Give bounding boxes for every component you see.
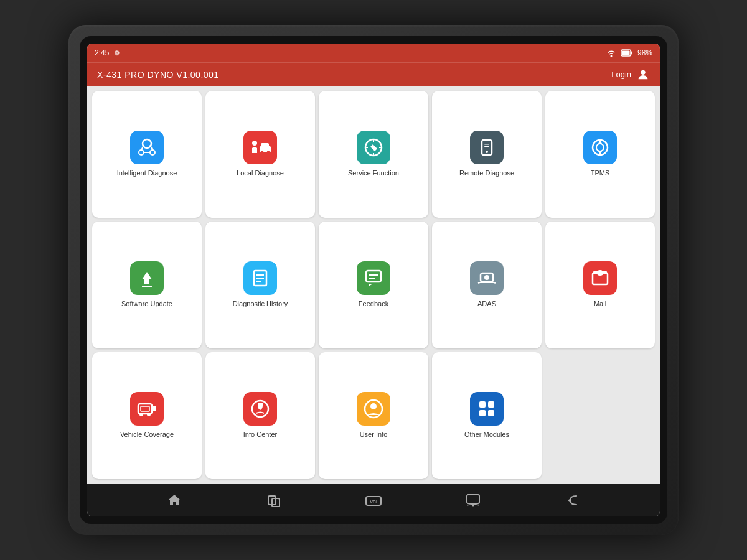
nav-cast-button[interactable] — [459, 487, 487, 514]
svg-point-36 — [484, 275, 489, 280]
device-outer: 2:45 ⚙ 98% — [68, 25, 679, 535]
tpms-label: TPMS — [591, 169, 610, 177]
svg-point-22 — [486, 151, 488, 153]
app-tile-local-diagnose[interactable]: Local Diagnose — [205, 91, 315, 218]
user-info-icon — [357, 392, 390, 426]
svg-point-13 — [261, 151, 264, 154]
software-update-label: Software Update — [121, 300, 172, 308]
local-diagnose-icon — [243, 131, 277, 164]
svg-rect-1 — [631, 52, 632, 55]
wifi-icon — [606, 49, 616, 57]
vehicle-coverage-label: Vehicle Coverage — [120, 431, 174, 439]
nav-home-button[interactable] — [161, 487, 188, 514]
svg-rect-23 — [484, 144, 489, 145]
app-tile-service-function[interactable]: Service Function — [319, 91, 428, 218]
screen: 2:45 ⚙ 98% — [87, 44, 660, 516]
app-tile-vehicle-coverage[interactable]: Vehicle Coverage — [92, 352, 202, 479]
svg-text:VCI: VCI — [370, 500, 377, 504]
vehicle-coverage-icon — [130, 392, 164, 426]
tpms-icon — [583, 131, 617, 164]
app-grid: Intelligent Diagnose — [87, 86, 660, 484]
svg-rect-32 — [366, 271, 381, 282]
app-tile-tpms[interactable]: TPMS — [545, 91, 655, 218]
svg-point-4 — [143, 139, 151, 148]
diagnostic-history-icon — [243, 261, 277, 295]
diagnostic-history-label: Diagnostic History — [233, 300, 288, 308]
user-info-label: User Info — [360, 431, 388, 439]
status-right: 98% — [606, 49, 652, 57]
settings-icon: ⚙ — [114, 49, 120, 57]
app-tile-other-modules[interactable]: Other Modules — [432, 352, 542, 479]
status-bar: 2:45 ⚙ 98% — [87, 44, 660, 62]
nav-vci-button[interactable]: VCI — [360, 487, 387, 514]
svg-point-41 — [147, 413, 151, 416]
title-bar-right: Login — [611, 68, 650, 82]
feedback-icon — [357, 261, 390, 295]
svg-point-14 — [267, 151, 270, 154]
status-left: 2:45 ⚙ — [95, 49, 120, 57]
mall-label: Mall — [594, 300, 606, 308]
svg-rect-12 — [261, 143, 269, 148]
adas-icon — [470, 261, 504, 295]
svg-point-56 — [472, 505, 474, 507]
svg-rect-50 — [488, 410, 494, 416]
info-center-icon — [243, 392, 277, 426]
svg-rect-47 — [479, 401, 486, 408]
svg-point-40 — [139, 413, 143, 416]
svg-rect-27 — [142, 286, 152, 287]
mall-icon — [583, 261, 617, 295]
time-display: 2:45 — [95, 49, 109, 57]
adas-label: ADAS — [477, 300, 496, 308]
battery-pct: 98% — [637, 49, 652, 57]
svg-point-5 — [139, 150, 144, 155]
svg-point-10 — [252, 141, 257, 146]
svg-point-46 — [370, 403, 377, 409]
title-bar: X-431 PRO DYNO V1.00.001 Login — [87, 62, 660, 86]
app-tile-user-info[interactable]: User Info — [319, 352, 428, 479]
info-center-label: Info Center — [243, 431, 277, 439]
svg-point-26 — [596, 144, 604, 151]
svg-rect-39 — [141, 406, 149, 411]
svg-rect-24 — [484, 146, 489, 147]
svg-rect-48 — [488, 401, 494, 408]
service-function-icon — [357, 131, 390, 164]
app-tile-adas[interactable]: ADAS — [432, 222, 542, 348]
device-inner: 2:45 ⚙ 98% — [80, 36, 667, 524]
svg-rect-2 — [622, 51, 629, 55]
intelligent-diagnose-icon — [130, 131, 164, 164]
nav-bar: VCI — [87, 484, 660, 516]
nav-back-button[interactable] — [559, 487, 586, 514]
feedback-label: Feedback — [359, 300, 388, 308]
service-function-label: Service Function — [348, 169, 399, 177]
app-tile-software-update[interactable]: Software Update — [92, 222, 202, 348]
app-tile-intelligent-diagnose[interactable]: Intelligent Diagnose — [92, 91, 202, 218]
svg-rect-55 — [467, 495, 479, 503]
other-modules-label: Other Modules — [464, 431, 509, 439]
nav-recent-button[interactable] — [260, 487, 288, 514]
remote-diagnose-label: Remote Diagnose — [459, 169, 514, 177]
app-tile-remote-diagnose[interactable]: Remote Diagnose — [432, 91, 542, 218]
local-diagnose-label: Local Diagnose — [237, 169, 284, 177]
user-icon — [636, 68, 650, 82]
app-tile-mall[interactable]: Mall — [545, 222, 655, 348]
svg-point-6 — [150, 150, 155, 155]
svg-point-3 — [641, 70, 645, 74]
svg-rect-49 — [479, 410, 486, 416]
battery-icon — [621, 49, 632, 57]
other-modules-icon — [470, 392, 504, 426]
app-title: X-431 PRO DYNO V1.00.001 — [97, 70, 219, 80]
software-update-icon — [130, 261, 164, 295]
app-tile-feedback[interactable]: Feedback — [319, 222, 428, 348]
app-tile-diagnostic-history[interactable]: Diagnostic History — [205, 222, 315, 348]
intelligent-diagnose-label: Intelligent Diagnose — [117, 169, 177, 177]
remote-diagnose-icon — [470, 131, 504, 164]
app-tile-info-center[interactable]: Info Center — [205, 352, 315, 479]
svg-point-16 — [372, 146, 375, 149]
login-button[interactable]: Login — [611, 70, 631, 79]
